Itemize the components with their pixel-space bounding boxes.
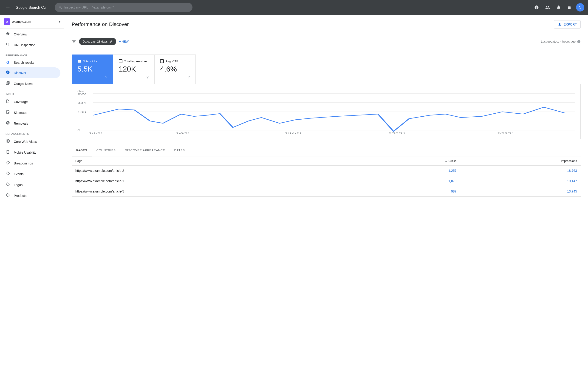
- sidebar-item-url-inspection[interactable]: URL inspection: [0, 40, 61, 50]
- tab-dates[interactable]: DATES: [170, 145, 189, 156]
- table-row: https://www.example.com/article-1 1,070 …: [72, 176, 581, 186]
- chart-y-label: Clicks: [77, 90, 575, 93]
- last-updated-text: Last updated: 4 hours ago: [541, 40, 576, 43]
- cell-impressions-2[interactable]: 19,147: [460, 176, 581, 186]
- metric-checkbox-clicks: ✓: [77, 59, 81, 63]
- cell-impressions-1[interactable]: 18,763: [460, 166, 581, 176]
- search-icon: [58, 5, 63, 9]
- topbar: Google Search Console S: [0, 0, 588, 15]
- logos-icon: [5, 182, 10, 188]
- col-clicks[interactable]: Clicks: [360, 156, 460, 166]
- url-search-input[interactable]: [63, 5, 189, 9]
- user-avatar[interactable]: S: [576, 3, 584, 11]
- svg-text:Google Search Console: Google Search Console: [16, 5, 46, 9]
- metric-checkbox-ctr: [160, 59, 164, 63]
- svg-marker-3: [6, 161, 10, 164]
- metric-checkbox-impressions: [119, 59, 123, 63]
- google-icon: G: [5, 61, 10, 65]
- metric-footer-clicks: ?: [77, 75, 107, 79]
- sidebar-item-removals[interactable]: Removals: [0, 118, 61, 129]
- cwv-icon: [5, 139, 10, 144]
- sidebar-item-logos[interactable]: Logos: [0, 179, 61, 190]
- property-name: example.com: [12, 20, 57, 23]
- tab-discover-appearance[interactable]: DISCOVER APPEARANCE: [120, 145, 170, 156]
- cell-clicks-2[interactable]: 1,070: [360, 176, 460, 186]
- date-filter-button[interactable]: Date: Last 28 days: [79, 38, 116, 45]
- main-content: Performance on Discover EXPORT Date: Las…: [64, 15, 588, 391]
- sidebar-label-google-news: Google News: [14, 82, 33, 86]
- export-button[interactable]: EXPORT: [554, 20, 581, 28]
- sidebar-item-discover[interactable]: Discover: [0, 67, 61, 78]
- topbar-search-bar: [55, 3, 193, 12]
- sidebar-item-products[interactable]: Products: [0, 190, 61, 201]
- metric-label-ctr: Avg. CTR: [166, 60, 179, 63]
- app-layout: e example.com ▾ Overview URL inspection …: [0, 15, 588, 391]
- table-filter-icon[interactable]: [573, 146, 581, 155]
- cell-page-3: https://www.example.com/article-5: [72, 186, 360, 197]
- breadcrumbs-icon: [5, 161, 10, 166]
- new-filter-button[interactable]: + NEW: [119, 40, 129, 43]
- metric-info-icon-impressions: ?: [146, 75, 149, 79]
- metric-total-impressions[interactable]: Total impressions 120K ?: [113, 55, 154, 84]
- sidebar-label-breadcrumbs: Breadcrumbs: [14, 161, 33, 165]
- cell-clicks-1[interactable]: 1,257: [360, 166, 460, 176]
- help-button[interactable]: [532, 3, 541, 12]
- sidebar-label-removals: Removals: [14, 122, 28, 125]
- svg-text:334: 334: [77, 102, 86, 104]
- sidebar-item-google-news[interactable]: Google News: [0, 78, 61, 89]
- svg-point-2: [7, 140, 8, 142]
- table-body: https://www.example.com/article-2 1,257 …: [72, 166, 581, 197]
- cell-page-1: https://www.example.com/article-2: [72, 166, 360, 176]
- svg-text:166: 166: [77, 111, 86, 113]
- metric-value-impressions: 120K: [119, 65, 149, 73]
- chart-area: Clicks 500 334 166 0 2/1/21: [72, 84, 581, 139]
- filter-icon[interactable]: [72, 39, 76, 44]
- tab-countries[interactable]: COUNTRIES: [92, 145, 120, 156]
- tabs-header: PAGES COUNTRIES DISCOVER APPEARANCE DATE…: [72, 145, 581, 156]
- svg-text:2/1/21: 2/1/21: [89, 132, 103, 135]
- sidebar-label-logos: Logos: [14, 183, 22, 187]
- sidebar-label-products: Products: [14, 194, 26, 197]
- sidebar-label-search-results: Search results: [14, 61, 34, 64]
- new-label: + NEW: [119, 40, 129, 43]
- metric-avg-ctr[interactable]: Avg. CTR 4.6% ?: [154, 55, 196, 84]
- menu-icon[interactable]: [4, 3, 12, 12]
- table-header-row: Page Clicks Impressions: [72, 156, 581, 166]
- home-icon: [5, 31, 10, 37]
- sidebar-item-search-results[interactable]: G Search results: [0, 58, 61, 67]
- sidebar-item-mobile-usability[interactable]: Mobile Usability: [0, 147, 61, 158]
- sidebar-label-overview: Overview: [14, 32, 27, 36]
- cell-impressions-3[interactable]: 13,745: [460, 186, 581, 197]
- property-selector[interactable]: e example.com ▾: [0, 15, 64, 29]
- metric-header-clicks: ✓ Total clicks: [77, 59, 107, 63]
- discover-icon: [5, 70, 10, 76]
- sidebar-item-coverage[interactable]: Coverage: [0, 96, 61, 107]
- sidebar-label-coverage: Coverage: [14, 100, 28, 104]
- svg-text:2/14/21: 2/14/21: [285, 132, 302, 135]
- metrics-row: ✓ Total clicks 5.5K ? Total impressions …: [64, 49, 588, 84]
- sidebar-item-events[interactable]: Events: [0, 169, 61, 179]
- sidebar-label-cwv: Core Web Vitals: [14, 140, 37, 144]
- col-impressions: Impressions: [460, 156, 581, 166]
- section-label-enhancements: Enhancements: [0, 129, 64, 136]
- sidebar-item-core-web-vitals[interactable]: Core Web Vitals: [0, 136, 61, 147]
- sidebar-item-breadcrumbs[interactable]: Breadcrumbs: [0, 158, 61, 169]
- filter-bar: Date: Last 28 days + NEW Last updated: 4…: [64, 34, 588, 49]
- svg-text:0: 0: [77, 129, 80, 132]
- tab-pages[interactable]: PAGES: [72, 145, 92, 156]
- metric-value-ctr: 4.6%: [160, 65, 190, 73]
- svg-text:2/28/21: 2/28/21: [497, 132, 515, 135]
- metric-value-clicks: 5.5K: [77, 65, 107, 73]
- chevron-down-icon: ▾: [59, 20, 61, 23]
- apps-icon[interactable]: [565, 3, 574, 12]
- sidebar-item-overview[interactable]: Overview: [0, 29, 61, 40]
- metric-total-clicks[interactable]: ✓ Total clicks 5.5K ?: [72, 55, 113, 84]
- cell-clicks-3[interactable]: 987: [360, 186, 460, 197]
- svg-marker-5: [6, 183, 10, 186]
- sidebar-item-sitemaps[interactable]: Sitemaps: [0, 107, 61, 118]
- notifications-icon[interactable]: [554, 3, 563, 12]
- metric-footer-impressions: ?: [119, 75, 149, 79]
- users-icon[interactable]: [543, 3, 552, 12]
- topbar-actions: S: [532, 3, 584, 12]
- col-page: Page: [72, 156, 360, 166]
